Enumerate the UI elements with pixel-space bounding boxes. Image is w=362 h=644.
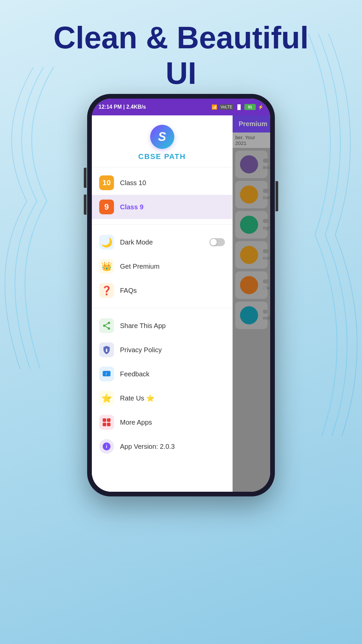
volume-down-button [84, 195, 86, 215]
darkmode-icon: 🌙 [99, 235, 114, 250]
premium-icon: 👑 [99, 259, 114, 274]
network-icon: VoLTE [219, 104, 234, 110]
privacy-icon [99, 342, 114, 357]
darkmode-toggle[interactable] [209, 238, 225, 246]
class9-icon: 9 [99, 200, 114, 214]
navigation-drawer: S CBSE PATH 10 Class 10 [92, 115, 233, 492]
bg-header: Premium [233, 115, 270, 132]
feedback-icon: ! [99, 367, 114, 381]
status-icons: 📶 VoLTE ▐▌ 91 ⚡ [212, 104, 263, 110]
wifi-icon: 📶 [212, 104, 217, 110]
menu-item-premium[interactable]: 👑 Get Premium [92, 254, 232, 278]
share-label: Share This App [120, 322, 166, 330]
header-line2: UI [166, 56, 196, 90]
bg-card-6: स्पर्श [235, 302, 267, 329]
svg-point-1 [103, 325, 106, 327]
menu-item-faqs[interactable]: ❓ FAQs [92, 278, 232, 303]
version-icon: i [99, 439, 114, 454]
battery-icon: 91 [244, 104, 256, 110]
feedback-label: Feedback [120, 370, 149, 378]
bg-card-icon-3 [240, 216, 258, 234]
version-label: App Version: 2.0.3 [120, 443, 175, 450]
bg-card-icon-2 [240, 185, 258, 204]
menu-item-class9[interactable]: 9 Class 9 [92, 195, 232, 219]
menu-item-feedback[interactable]: ! Feedback [92, 362, 232, 386]
app-logo: S [150, 125, 174, 149]
menu-item-rateus[interactable]: ⭐ Rate Us ⭐ [92, 386, 232, 410]
rateus-icon: ⭐ [99, 391, 114, 406]
share-icon [99, 318, 114, 333]
header-line1: Clean & Beautiful [53, 20, 309, 55]
menu-section-misc: Share This App Privacy Pol [92, 310, 232, 462]
menu-item-darkmode[interactable]: 🌙 Dark Mode [92, 230, 232, 254]
premium-label: Get Premium [120, 263, 160, 270]
screen-content: S CBSE PATH 10 Class 10 [92, 115, 270, 492]
svg-rect-12 [107, 423, 111, 426]
main-content-panel: Premium ber. Your2021 ience [233, 115, 270, 492]
svg-rect-11 [103, 423, 106, 426]
class9-label: Class 9 [120, 203, 143, 211]
privacy-label: Privacy Policy [120, 346, 162, 354]
menu-item-moreapps[interactable]: More Apps [92, 410, 232, 434]
phone-screen: 12:14 PM | 2.4KB/s 📶 VoLTE ▐▌ 91 ⚡ [92, 99, 270, 492]
signal-icon: ▐▌ [236, 104, 242, 110]
svg-point-2 [108, 327, 110, 330]
svg-point-5 [106, 349, 108, 351]
drawer-header: S CBSE PATH [92, 115, 232, 167]
svg-rect-6 [106, 350, 108, 352]
menu-item-privacy[interactable]: Privacy Policy [92, 338, 232, 362]
svg-line-3 [105, 326, 108, 328]
menu-item-share[interactable]: Share This App [92, 314, 232, 338]
moreapps-label: More Apps [120, 419, 152, 426]
class10-icon: 10 [99, 175, 114, 190]
bg-card-icon-1 [240, 155, 258, 173]
bg-card-1: ience [235, 151, 267, 178]
phone-mockup: 12:14 PM | 2.4KB/s 📶 VoLTE ▐▌ 91 ⚡ [87, 94, 275, 496]
app-name: CBSE PATH [138, 152, 186, 161]
faqs-icon: ❓ [99, 283, 114, 298]
menu-item-class10[interactable]: 10 Class 10 [92, 171, 232, 195]
menu-item-version: i App Version: 2.0.3 [92, 434, 232, 459]
svg-rect-9 [103, 418, 106, 422]
divider-1 [92, 224, 232, 225]
menu-section-settings: 🌙 Dark Mode 👑 Get Premium [92, 227, 232, 306]
menu-section-classes: 10 Class 10 9 Class 9 [92, 167, 232, 222]
bg-card-icon-6 [240, 306, 258, 324]
bg-card-5: ंचयन [235, 271, 267, 299]
darkmode-label: Dark Mode [120, 238, 153, 246]
bg-card-icon-4 [240, 246, 258, 264]
class10-label: Class 10 [120, 179, 146, 187]
wave-left-decoration [0, 67, 60, 369]
status-bar: 12:14 PM | 2.4KB/s 📶 VoLTE ▐▌ 91 ⚡ [92, 99, 270, 115]
wave-right-decoration [295, 34, 362, 436]
bg-card-3: ography [235, 211, 267, 238]
bg-card-icon-5 [240, 276, 258, 294]
svg-text:!: ! [106, 372, 107, 376]
charging-icon: ⚡ [258, 104, 263, 110]
power-button [276, 181, 278, 211]
volume-up-button [84, 168, 86, 188]
svg-line-4 [105, 324, 108, 325]
moreapps-icon [99, 415, 114, 430]
faqs-label: FAQs [120, 287, 137, 294]
app-logo-letter: S [158, 130, 166, 144]
svg-text:i: i [106, 444, 107, 449]
bg-card-2: ments [235, 181, 267, 208]
svg-point-0 [108, 322, 110, 324]
rateus-label: Rate Us ⭐ [120, 394, 155, 402]
status-time: 12:14 PM | 2.4KB/s [99, 104, 146, 110]
bg-card-4: nomics [235, 241, 267, 269]
bg-subtext: ber. Your2021 [233, 132, 270, 148]
divider-2 [92, 308, 232, 308]
svg-rect-10 [107, 418, 111, 422]
